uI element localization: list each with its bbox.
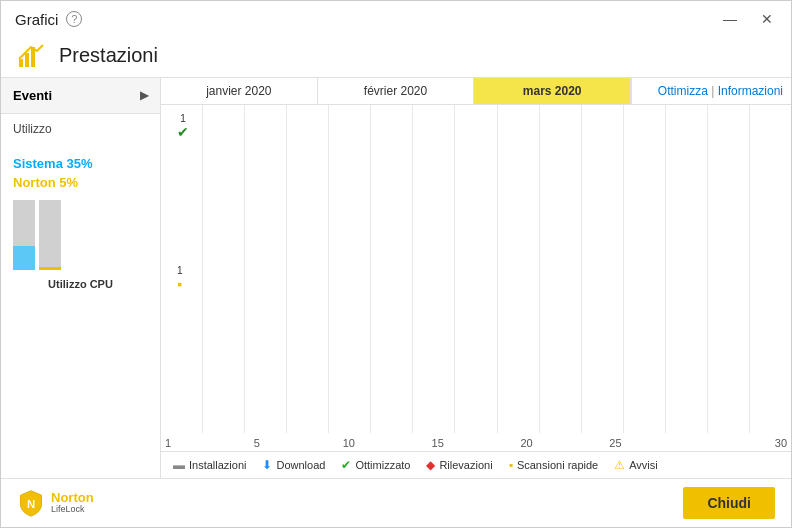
grid-lines: [161, 105, 791, 433]
grid-col-12: [624, 105, 666, 433]
download-label: Download: [276, 459, 325, 471]
norton-logo: N Norton LifeLock: [17, 489, 94, 517]
chart-grid: 1 ✔ 1 ▪: [161, 105, 791, 433]
months-row: janvier 2020 février 2020 mars 2020: [161, 78, 631, 104]
main-window: Grafici ? — ✕ Prestazioni Eventi ▶ Utili…: [0, 0, 792, 528]
download-icon: ⬇: [262, 458, 272, 472]
grid-col-7: [413, 105, 455, 433]
legend-download: ⬇ Download: [262, 458, 325, 472]
title-bar-left: Grafici ?: [15, 11, 82, 28]
legend-installazioni: ▬ Installazioni: [173, 458, 246, 472]
month-fevrier: février 2020: [318, 78, 475, 104]
scansioni-icon: ▪: [509, 458, 513, 472]
ottimizza-link[interactable]: Ottimizza: [658, 84, 708, 98]
norton-sub: LifeLock: [51, 505, 94, 515]
chiudi-button[interactable]: Chiudi: [683, 487, 775, 519]
installazioni-icon: ▬: [173, 458, 185, 472]
event-warning-number: 1: [177, 265, 183, 276]
legend-rilevazioni: ◆ Rilevazioni: [426, 458, 492, 472]
grid-col-4: [287, 105, 329, 433]
grid-col-9: [498, 105, 540, 433]
cpu-bar-sistema: [13, 200, 35, 270]
norton-shield-icon: N: [17, 489, 45, 517]
warning-icon: ▪: [177, 276, 182, 292]
grid-col-10: [540, 105, 582, 433]
axis-numbers: 1 5 10 15 20 25 30: [161, 437, 791, 449]
rilevazioni-icon: ◆: [426, 458, 435, 472]
ottimizzato-icon: ✔: [341, 458, 351, 472]
month-janvier: janvier 2020: [161, 78, 318, 104]
eventi-arrow: ▶: [140, 89, 148, 102]
axis-1: 1: [165, 437, 254, 449]
ottimizzato-label: Ottimizzato: [355, 459, 410, 471]
axis-30: 30: [698, 437, 787, 449]
norton-label: Norton 5%: [13, 175, 78, 190]
close-window-button[interactable]: ✕: [757, 9, 777, 29]
legend: ▬ Installazioni ⬇ Download ✔ Ottimizzato…: [161, 451, 791, 478]
grid-col-3: [245, 105, 287, 433]
avvisi-icon: ⚠: [614, 458, 625, 472]
event-check-number: 1: [180, 113, 186, 124]
axis-15: 15: [432, 437, 521, 449]
main-content: Eventi ▶ Utilizzo Sistema 35% Norton 5% …: [1, 78, 791, 478]
axis-25: 25: [609, 437, 698, 449]
window-title: Grafici: [15, 11, 58, 28]
page-header: Prestazioni: [1, 33, 791, 78]
norton-text: Norton LifeLock: [51, 491, 94, 515]
grid-col-14: [708, 105, 750, 433]
month-mars: mars 2020: [474, 78, 631, 104]
chart-top-row: janvier 2020 février 2020 mars 2020 Otti…: [161, 78, 791, 105]
grid-col-6: [371, 105, 413, 433]
cpu-section: Sistema 35% Norton 5% Utilizzo CPU: [1, 144, 160, 302]
sidebar-utilizzo: Utilizzo: [1, 114, 160, 144]
svg-text:N: N: [27, 498, 35, 510]
title-bar-right: — ✕: [719, 9, 777, 29]
informazioni-link[interactable]: Informazioni: [718, 84, 783, 98]
cpu-fill-norton: [39, 267, 61, 271]
axis-5: 5: [254, 437, 343, 449]
help-icon[interactable]: ?: [66, 11, 82, 27]
avvisi-label: Avvisi: [629, 459, 658, 471]
axis-bar: 1 5 10 15 20 25 30: [161, 433, 791, 451]
rilevazioni-label: Rilevazioni: [439, 459, 492, 471]
event-warning: 1 ▪: [177, 265, 183, 292]
scansioni-label: Scansioni rapide: [517, 459, 598, 471]
norton-name: Norton: [51, 491, 94, 505]
sidebar-item-eventi[interactable]: Eventi ▶: [1, 78, 160, 114]
svg-rect-1: [25, 53, 29, 67]
links-cell: Ottimizza | Informazioni: [631, 78, 791, 104]
cpu-title: Utilizzo CPU: [13, 278, 148, 290]
legend-scansioni: ▪ Scansioni rapide: [509, 458, 599, 472]
legend-ottimizzato: ✔ Ottimizzato: [341, 458, 410, 472]
legend-avvisi: ⚠ Avvisi: [614, 458, 658, 472]
minimize-button[interactable]: —: [719, 9, 741, 29]
eventi-label: Eventi: [13, 88, 52, 103]
grid-col-11: [582, 105, 624, 433]
links-separator: |: [708, 84, 718, 98]
axis-20: 20: [520, 437, 609, 449]
title-bar: Grafici ? — ✕: [1, 1, 791, 33]
svg-rect-0: [19, 59, 23, 67]
cpu-bar-norton: [39, 200, 61, 270]
checkmark-icon: ✔: [177, 124, 189, 140]
grid-col-15: [750, 105, 791, 433]
grid-col-5: [329, 105, 371, 433]
page-title: Prestazioni: [59, 44, 158, 67]
grid-col-8: [455, 105, 497, 433]
sidebar: Eventi ▶ Utilizzo Sistema 35% Norton 5% …: [1, 78, 161, 478]
cpu-fill-sistema: [13, 246, 35, 271]
performance-icon: [17, 41, 49, 69]
grid-col-13: [666, 105, 708, 433]
installazioni-label: Installazioni: [189, 459, 246, 471]
axis-10: 10: [343, 437, 432, 449]
sistema-label: Sistema 35%: [13, 156, 93, 171]
grid-col-2: [203, 105, 245, 433]
footer-bar: N Norton LifeLock Chiudi: [1, 478, 791, 527]
chart-area: janvier 2020 février 2020 mars 2020 Otti…: [161, 78, 791, 478]
cpu-bars: [13, 200, 61, 270]
event-check: 1 ✔: [177, 113, 189, 140]
